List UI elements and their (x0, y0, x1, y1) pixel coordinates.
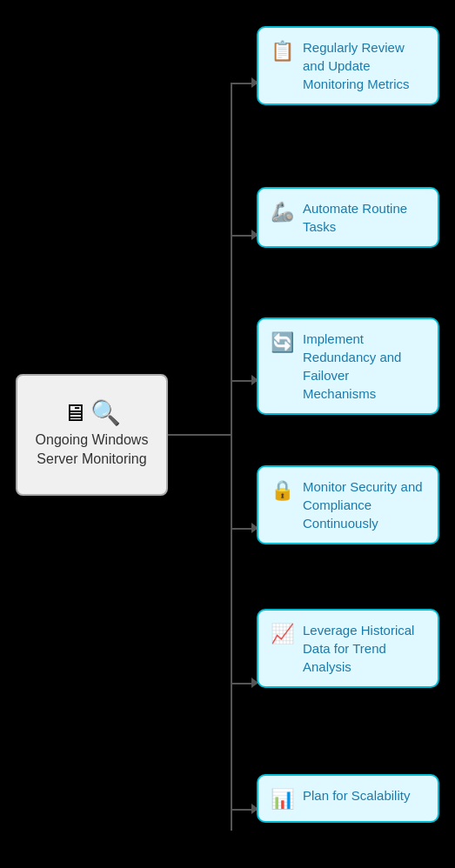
card-icon-5: 📈 (271, 623, 294, 645)
card-text-2: Automate Routine Tasks (303, 199, 425, 236)
center-icon-monitor: 🖥 (63, 401, 87, 425)
diagram-container: 🖥 🔍 Ongoing Windows Server Monitoring 📋R… (0, 0, 455, 868)
center-icon-search: 🔍 (90, 401, 121, 425)
center-connector (168, 434, 231, 436)
card-node-2: 🦾Automate Routine Tasks (257, 187, 439, 248)
card-text-6: Plan for Scalability (303, 786, 410, 805)
card-icon-3: 🔄 (271, 331, 294, 354)
card-text-5: Leverage Historical Data for Trend Analy… (303, 621, 425, 676)
card-icon-1: 📋 (271, 40, 294, 63)
spine-line (231, 83, 232, 831)
center-label: Ongoing Windows Server Monitoring (17, 431, 166, 470)
card-text-1: Regularly Review and Update Monitoring M… (303, 38, 425, 93)
card-text-4: Monitor Security and Compliance Continuo… (303, 477, 425, 532)
card-icon-4: 🔒 (271, 479, 294, 502)
card-text-3: Implement Redundancy and Failover Mechan… (303, 330, 425, 403)
card-node-6: 📊Plan for Scalability (257, 774, 439, 823)
card-node-4: 🔒Monitor Security and Compliance Continu… (257, 465, 439, 544)
center-node: 🖥 🔍 Ongoing Windows Server Monitoring (16, 374, 168, 496)
card-node-1: 📋Regularly Review and Update Monitoring … (257, 26, 439, 105)
card-node-3: 🔄Implement Redundancy and Failover Mecha… (257, 317, 439, 415)
card-node-5: 📈Leverage Historical Data for Trend Anal… (257, 609, 439, 688)
card-icon-2: 🦾 (271, 201, 294, 224)
card-icon-6: 📊 (271, 788, 294, 811)
